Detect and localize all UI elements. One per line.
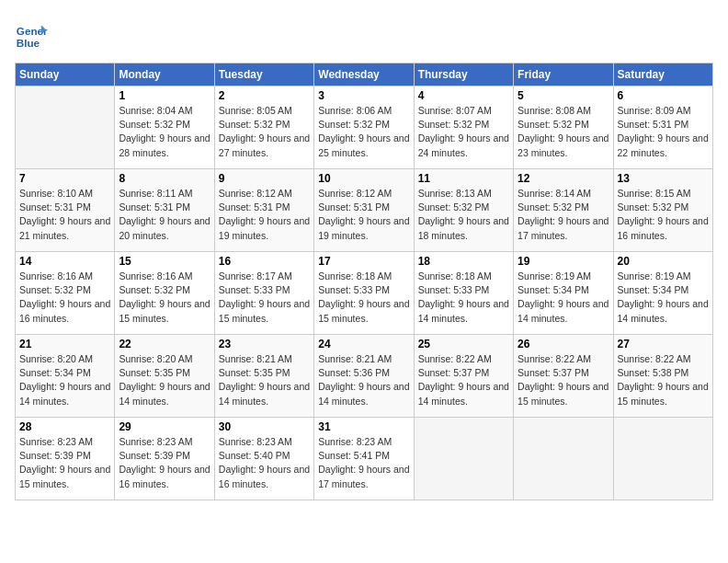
day-info: Sunrise: 8:18 AM Sunset: 5:33 PM Dayligh… bbox=[318, 270, 409, 326]
weekday-header-wednesday: Wednesday bbox=[314, 63, 414, 86]
calendar-cell: 29 Sunrise: 8:23 AM Sunset: 5:39 PM Dayl… bbox=[115, 418, 214, 500]
day-info: Sunrise: 8:22 AM Sunset: 5:38 PM Dayligh… bbox=[618, 352, 709, 408]
day-info: Sunrise: 8:17 AM Sunset: 5:33 PM Dayligh… bbox=[219, 270, 310, 326]
day-info: Sunrise: 8:12 AM Sunset: 5:31 PM Dayligh… bbox=[318, 187, 409, 243]
calendar-cell: 3 Sunrise: 8:06 AM Sunset: 5:32 PM Dayli… bbox=[314, 86, 414, 169]
day-number: 17 bbox=[318, 255, 409, 268]
day-number: 23 bbox=[219, 338, 310, 350]
day-number: 8 bbox=[119, 172, 210, 185]
day-info: Sunrise: 8:19 AM Sunset: 5:34 PM Dayligh… bbox=[518, 270, 609, 326]
day-number: 4 bbox=[418, 89, 509, 102]
calendar-cell: 9 Sunrise: 8:12 AM Sunset: 5:31 PM Dayli… bbox=[214, 169, 313, 252]
day-info: Sunrise: 8:23 AM Sunset: 5:40 PM Dayligh… bbox=[219, 435, 310, 491]
calendar-cell: 30 Sunrise: 8:23 AM Sunset: 5:40 PM Dayl… bbox=[214, 418, 313, 500]
day-info: Sunrise: 8:23 AM Sunset: 5:41 PM Dayligh… bbox=[318, 435, 409, 491]
day-info: Sunrise: 8:15 AM Sunset: 5:32 PM Dayligh… bbox=[618, 187, 709, 243]
day-number: 11 bbox=[418, 172, 509, 185]
calendar-cell: 8 Sunrise: 8:11 AM Sunset: 5:31 PM Dayli… bbox=[115, 169, 214, 252]
calendar-cell: 22 Sunrise: 8:20 AM Sunset: 5:35 PM Dayl… bbox=[115, 335, 214, 418]
calendar-cell: 4 Sunrise: 8:07 AM Sunset: 5:32 PM Dayli… bbox=[414, 86, 513, 169]
day-number: 27 bbox=[618, 338, 709, 350]
day-info: Sunrise: 8:23 AM Sunset: 5:39 PM Dayligh… bbox=[119, 435, 210, 491]
calendar-cell: 11 Sunrise: 8:13 AM Sunset: 5:32 PM Dayl… bbox=[414, 169, 513, 252]
day-info: Sunrise: 8:21 AM Sunset: 5:36 PM Dayligh… bbox=[318, 352, 409, 408]
day-number: 20 bbox=[618, 255, 709, 268]
calendar-week-row: 7 Sunrise: 8:10 AM Sunset: 5:31 PM Dayli… bbox=[16, 169, 713, 252]
day-number: 10 bbox=[318, 172, 409, 185]
calendar-cell bbox=[613, 418, 712, 500]
logo-icon: General Blue bbox=[15, 18, 48, 52]
calendar-cell: 6 Sunrise: 8:09 AM Sunset: 5:31 PM Dayli… bbox=[613, 86, 712, 169]
calendar-cell bbox=[514, 418, 613, 500]
day-info: Sunrise: 8:10 AM Sunset: 5:31 PM Dayligh… bbox=[19, 187, 110, 243]
calendar-cell: 26 Sunrise: 8:22 AM Sunset: 5:37 PM Dayl… bbox=[514, 335, 613, 418]
day-info: Sunrise: 8:14 AM Sunset: 5:32 PM Dayligh… bbox=[518, 187, 609, 243]
calendar-body: 1 Sunrise: 8:04 AM Sunset: 5:32 PM Dayli… bbox=[16, 86, 713, 500]
weekday-header-thursday: Thursday bbox=[414, 63, 513, 86]
day-number: 18 bbox=[418, 255, 509, 268]
day-info: Sunrise: 8:13 AM Sunset: 5:32 PM Dayligh… bbox=[418, 187, 509, 243]
calendar-cell: 20 Sunrise: 8:19 AM Sunset: 5:34 PM Dayl… bbox=[613, 252, 712, 335]
day-number: 7 bbox=[19, 172, 110, 185]
header: General Blue bbox=[15, 15, 713, 52]
day-info: Sunrise: 8:23 AM Sunset: 5:39 PM Dayligh… bbox=[19, 435, 110, 491]
day-number: 6 bbox=[618, 89, 709, 102]
calendar-cell: 1 Sunrise: 8:04 AM Sunset: 5:32 PM Dayli… bbox=[115, 86, 214, 169]
day-number: 29 bbox=[119, 420, 210, 433]
day-info: Sunrise: 8:22 AM Sunset: 5:37 PM Dayligh… bbox=[518, 352, 609, 408]
day-number: 2 bbox=[219, 89, 310, 102]
calendar-week-row: 14 Sunrise: 8:16 AM Sunset: 5:32 PM Dayl… bbox=[16, 252, 713, 335]
calendar-cell: 16 Sunrise: 8:17 AM Sunset: 5:33 PM Dayl… bbox=[214, 252, 313, 335]
calendar-cell: 21 Sunrise: 8:20 AM Sunset: 5:34 PM Dayl… bbox=[16, 335, 115, 418]
calendar-cell: 12 Sunrise: 8:14 AM Sunset: 5:32 PM Dayl… bbox=[514, 169, 613, 252]
calendar-week-row: 28 Sunrise: 8:23 AM Sunset: 5:39 PM Dayl… bbox=[16, 418, 713, 500]
day-number: 21 bbox=[19, 338, 110, 350]
day-number: 24 bbox=[318, 338, 409, 350]
logo: General Blue bbox=[15, 18, 51, 52]
day-number: 5 bbox=[518, 89, 609, 102]
day-info: Sunrise: 8:09 AM Sunset: 5:31 PM Dayligh… bbox=[618, 104, 709, 160]
day-number: 15 bbox=[119, 255, 210, 268]
weekday-header-monday: Monday bbox=[115, 63, 214, 86]
calendar-cell: 15 Sunrise: 8:16 AM Sunset: 5:32 PM Dayl… bbox=[115, 252, 214, 335]
day-number: 3 bbox=[318, 89, 409, 102]
calendar-cell: 17 Sunrise: 8:18 AM Sunset: 5:33 PM Dayl… bbox=[314, 252, 414, 335]
day-info: Sunrise: 8:12 AM Sunset: 5:31 PM Dayligh… bbox=[219, 187, 310, 243]
day-number: 16 bbox=[219, 255, 310, 268]
day-number: 22 bbox=[119, 338, 210, 350]
calendar-cell: 23 Sunrise: 8:21 AM Sunset: 5:35 PM Dayl… bbox=[214, 335, 313, 418]
weekday-header-sunday: Sunday bbox=[16, 63, 115, 86]
calendar-cell: 13 Sunrise: 8:15 AM Sunset: 5:32 PM Dayl… bbox=[613, 169, 712, 252]
calendar-cell bbox=[414, 418, 513, 500]
calendar-cell: 18 Sunrise: 8:18 AM Sunset: 5:33 PM Dayl… bbox=[414, 252, 513, 335]
day-number: 26 bbox=[518, 338, 609, 350]
day-info: Sunrise: 8:16 AM Sunset: 5:32 PM Dayligh… bbox=[19, 270, 110, 326]
day-info: Sunrise: 8:04 AM Sunset: 5:32 PM Dayligh… bbox=[119, 104, 210, 160]
weekday-header-friday: Friday bbox=[514, 63, 613, 86]
day-number: 9 bbox=[219, 172, 310, 185]
calendar-cell: 19 Sunrise: 8:19 AM Sunset: 5:34 PM Dayl… bbox=[514, 252, 613, 335]
day-info: Sunrise: 8:20 AM Sunset: 5:35 PM Dayligh… bbox=[119, 352, 210, 408]
day-number: 19 bbox=[518, 255, 609, 268]
day-info: Sunrise: 8:08 AM Sunset: 5:32 PM Dayligh… bbox=[518, 104, 609, 160]
calendar-cell: 14 Sunrise: 8:16 AM Sunset: 5:32 PM Dayl… bbox=[16, 252, 115, 335]
calendar-cell bbox=[16, 86, 115, 169]
calendar-cell: 25 Sunrise: 8:22 AM Sunset: 5:37 PM Dayl… bbox=[414, 335, 513, 418]
calendar-table: SundayMondayTuesdayWednesdayThursdayFrid… bbox=[15, 63, 713, 500]
calendar-week-row: 21 Sunrise: 8:20 AM Sunset: 5:34 PM Dayl… bbox=[16, 335, 713, 418]
calendar-cell: 28 Sunrise: 8:23 AM Sunset: 5:39 PM Dayl… bbox=[16, 418, 115, 500]
svg-text:Blue: Blue bbox=[17, 37, 40, 49]
calendar-cell: 31 Sunrise: 8:23 AM Sunset: 5:41 PM Dayl… bbox=[314, 418, 414, 500]
calendar-cell: 5 Sunrise: 8:08 AM Sunset: 5:32 PM Dayli… bbox=[514, 86, 613, 169]
day-info: Sunrise: 8:06 AM Sunset: 5:32 PM Dayligh… bbox=[318, 104, 409, 160]
day-number: 13 bbox=[618, 172, 709, 185]
day-info: Sunrise: 8:22 AM Sunset: 5:37 PM Dayligh… bbox=[418, 352, 509, 408]
calendar-cell: 24 Sunrise: 8:21 AM Sunset: 5:36 PM Dayl… bbox=[314, 335, 414, 418]
day-info: Sunrise: 8:19 AM Sunset: 5:34 PM Dayligh… bbox=[618, 270, 709, 326]
weekday-header-row: SundayMondayTuesdayWednesdayThursdayFrid… bbox=[16, 63, 713, 86]
day-info: Sunrise: 8:11 AM Sunset: 5:31 PM Dayligh… bbox=[119, 187, 210, 243]
day-info: Sunrise: 8:18 AM Sunset: 5:33 PM Dayligh… bbox=[418, 270, 509, 326]
day-info: Sunrise: 8:07 AM Sunset: 5:32 PM Dayligh… bbox=[418, 104, 509, 160]
day-number: 28 bbox=[19, 420, 110, 433]
calendar-week-row: 1 Sunrise: 8:04 AM Sunset: 5:32 PM Dayli… bbox=[16, 86, 713, 169]
